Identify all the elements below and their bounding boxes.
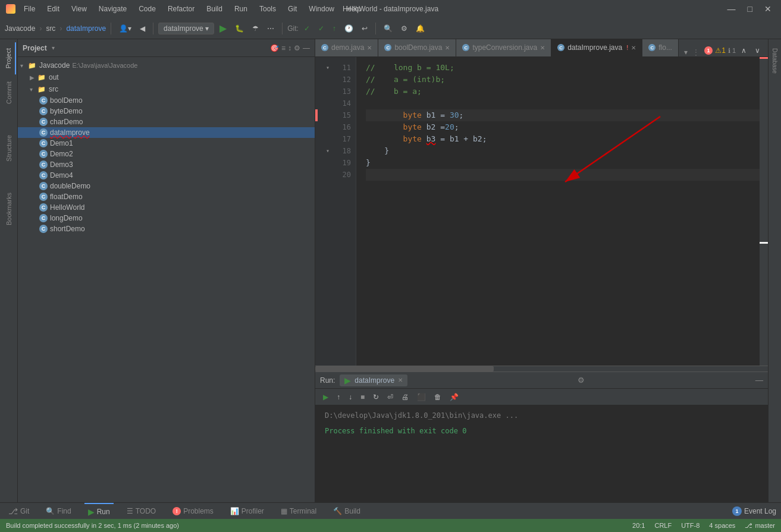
right-sidebar-database[interactable]: Database bbox=[771, 42, 778, 80]
settings-profile-btn[interactable]: 👤▾ bbox=[116, 23, 134, 34]
run-play-btn[interactable]: ▶ bbox=[320, 391, 331, 403]
run-stop-btn[interactable]: ■ bbox=[357, 391, 368, 403]
editor-up-btn[interactable]: ∧ bbox=[738, 45, 749, 56]
tree-item-Demo2[interactable]: C Demo2 bbox=[18, 149, 315, 159]
run-copy-btn[interactable]: ⬛ bbox=[414, 391, 429, 403]
run-tab-close[interactable]: ✕ bbox=[398, 377, 403, 383]
menu-tools[interactable]: Tools bbox=[256, 5, 280, 13]
bottom-tab-git[interactable]: ⎇ Git bbox=[5, 503, 33, 519]
tab-close-dataImprove[interactable]: ✕ bbox=[631, 45, 636, 51]
git-push-btn[interactable]: ↑ bbox=[330, 23, 339, 34]
tree-item-HelloWorld[interactable]: C HelloWorld bbox=[18, 202, 315, 213]
close-button[interactable]: ✕ bbox=[761, 4, 775, 14]
bottom-tab-run[interactable]: ▶ Run bbox=[84, 503, 114, 519]
maximize-button[interactable]: □ bbox=[744, 4, 756, 14]
run-tab[interactable]: ▶ dataImprove ✕ bbox=[340, 374, 407, 386]
tab-dataImprove[interactable]: C dataImprove.java ! ✕ bbox=[551, 39, 642, 56]
breadcrumb-file[interactable]: dataImprove bbox=[66, 24, 106, 33]
code-content[interactable]: // long b = 10L; // a = (int)b; // b = a… bbox=[356, 57, 760, 366]
bottom-tab-profiler[interactable]: 📊 Profiler bbox=[227, 503, 268, 519]
menu-build[interactable]: Build bbox=[203, 5, 226, 13]
tree-item-shortDemo[interactable]: C shortDemo bbox=[18, 223, 315, 234]
tree-item-out[interactable]: ▶ 📁 out bbox=[18, 71, 315, 83]
fold-arrow-11[interactable]: ▾ bbox=[326, 62, 330, 74]
project-collapse-btn[interactable]: ≡ bbox=[281, 44, 286, 52]
tree-item-src[interactable]: ▾ 📁 src bbox=[18, 83, 315, 95]
menu-window[interactable]: Window bbox=[305, 5, 338, 13]
breadcrumb-javacode[interactable]: Javacode bbox=[5, 24, 35, 33]
run-print-btn[interactable]: 🖨 bbox=[399, 391, 412, 403]
tab-demo[interactable]: C demo.java ✕ bbox=[315, 39, 378, 56]
tab-close-boolDemo[interactable]: ✕ bbox=[445, 45, 450, 51]
project-sort-btn[interactable]: ↕ bbox=[288, 44, 291, 52]
menu-file[interactable]: File bbox=[20, 5, 39, 13]
editor-horizontal-scrollbar[interactable] bbox=[315, 366, 768, 372]
run-scroll-down-btn[interactable]: ↓ bbox=[346, 391, 355, 403]
settings-btn[interactable]: ⚙ bbox=[398, 23, 410, 34]
status-line-sep[interactable]: CRLF bbox=[654, 522, 672, 530]
tree-item-byteDemo[interactable]: C byteDemo bbox=[18, 106, 315, 117]
bottom-tab-build[interactable]: 🔨 Build bbox=[330, 503, 364, 519]
bottom-tab-problems[interactable]: ! Problems bbox=[169, 503, 217, 519]
tree-item-charDemo[interactable]: C charDemo bbox=[18, 117, 315, 127]
sidebar-item-project[interactable]: Project bbox=[2, 42, 16, 74]
bottom-tab-find[interactable]: 🔍 Find bbox=[42, 503, 74, 519]
run-button[interactable]: ▶ bbox=[217, 21, 230, 36]
tree-item-longDemo[interactable]: C longDemo bbox=[18, 213, 315, 223]
menu-view[interactable]: View bbox=[68, 5, 90, 13]
menu-refactor[interactable]: Refactor bbox=[164, 5, 198, 13]
bottom-tab-terminal[interactable]: ▦ Terminal bbox=[277, 503, 320, 519]
tree-item-Demo4[interactable]: C Demo4 bbox=[18, 170, 315, 181]
bottom-tab-todo[interactable]: ☰ TODO bbox=[123, 503, 159, 519]
git-history-btn[interactable]: 🕐 bbox=[341, 23, 356, 34]
fold-arrow-18[interactable]: ▾ bbox=[326, 145, 330, 157]
run-settings-button[interactable]: ⚙ bbox=[578, 376, 585, 385]
status-indent[interactable]: 4 spaces bbox=[709, 522, 735, 530]
tree-item-boolDemo[interactable]: C boolDemo bbox=[18, 95, 315, 106]
tree-root[interactable]: ▾ 📁 Javacode E:\Java\java\Javacode bbox=[18, 59, 315, 71]
run-clear-btn[interactable]: 🗑 bbox=[431, 391, 444, 403]
sidebar-item-bookmarks[interactable]: Bookmarks bbox=[2, 187, 16, 231]
tab-close-demo[interactable]: ✕ bbox=[367, 45, 372, 51]
debug-button[interactable]: 🐛 bbox=[232, 23, 247, 34]
tab-boolDemo[interactable]: C boolDemo.java ✕ bbox=[378, 39, 456, 56]
run-minimize-button[interactable]: — bbox=[755, 376, 763, 385]
editor-down-btn[interactable]: ∨ bbox=[752, 45, 763, 56]
run-scroll-up-btn[interactable]: ↑ bbox=[334, 391, 343, 403]
notifications-btn[interactable]: 🔔 bbox=[413, 23, 428, 34]
more-run-btn[interactable]: ⋯ bbox=[264, 23, 277, 34]
back-btn[interactable]: ◀ bbox=[137, 23, 148, 34]
tree-item-Demo1[interactable]: C Demo1 bbox=[18, 138, 315, 149]
tree-item-floatDemo[interactable]: C floatDemo bbox=[18, 191, 315, 202]
event-log-label[interactable]: Event Log bbox=[744, 507, 776, 515]
project-hide-btn[interactable]: — bbox=[303, 44, 310, 52]
git-check-btn[interactable]: ✓ bbox=[315, 23, 327, 34]
menu-navigate[interactable]: Navigate bbox=[95, 5, 130, 13]
status-encoding[interactable]: UTF-8 bbox=[681, 522, 700, 530]
tab-close-typeConversion[interactable]: ✕ bbox=[540, 45, 545, 51]
git-rollback-btn[interactable]: ↩ bbox=[359, 23, 371, 34]
project-locate-btn[interactable]: 🎯 bbox=[270, 44, 279, 52]
git-commit-btn[interactable]: ✓ bbox=[301, 23, 313, 34]
menu-edit[interactable]: Edit bbox=[43, 5, 63, 13]
menu-run[interactable]: Run bbox=[231, 5, 251, 13]
coverage-button[interactable]: ☂ bbox=[249, 23, 262, 34]
sidebar-item-commit[interactable]: Commit bbox=[2, 75, 16, 110]
project-settings-btn[interactable]: ⚙ bbox=[294, 44, 300, 52]
status-position[interactable]: 20:1 bbox=[632, 522, 645, 530]
tree-item-Demo3[interactable]: C Demo3 bbox=[18, 159, 315, 170]
minimize-button[interactable]: — bbox=[724, 4, 739, 14]
menu-code[interactable]: Code bbox=[135, 5, 159, 13]
menu-git[interactable]: Git bbox=[284, 5, 300, 13]
tree-item-dataImprove[interactable]: C dataImprove bbox=[18, 127, 315, 138]
run-wrap-btn[interactable]: ⏎ bbox=[384, 391, 396, 403]
run-pin-btn[interactable]: 📌 bbox=[447, 391, 462, 403]
tabs-more-btn[interactable]: ▾ ⋮ bbox=[679, 48, 704, 56]
tab-typeConversion[interactable]: C typeConversion.java ✕ bbox=[456, 39, 551, 56]
search-btn[interactable]: 🔍 bbox=[381, 23, 396, 34]
run-config-btn[interactable]: dataImprove ▾ bbox=[158, 23, 214, 34]
sidebar-item-structure[interactable]: Structure bbox=[2, 111, 16, 185]
tree-item-doubleDemo[interactable]: C doubleDemo bbox=[18, 181, 315, 191]
breadcrumb-src[interactable]: src bbox=[46, 24, 55, 33]
tab-flo[interactable]: C flo... bbox=[642, 39, 679, 56]
